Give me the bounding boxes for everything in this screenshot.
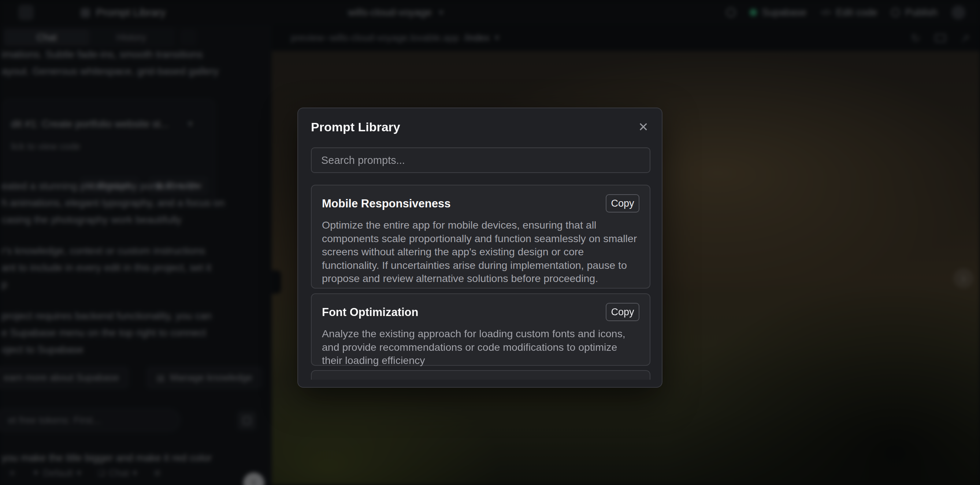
- prompt-description: Analyze the existing approach for loadin…: [322, 327, 640, 367]
- prompt-title: Font Optimization: [322, 303, 418, 319]
- prompt-description: Optimize the entire app for mobile devic…: [322, 218, 640, 285]
- copy-button[interactable]: Copy: [606, 194, 640, 212]
- prompt-title: Mobile Responsiveness: [322, 194, 450, 210]
- prompt-card-partial[interactable]: [311, 370, 651, 380]
- prompt-card-header: Mobile Responsiveness Copy: [322, 194, 640, 212]
- copy-button[interactable]: Copy: [606, 303, 640, 321]
- prompt-card-header: Font Optimization Copy: [322, 303, 640, 321]
- prompt-card[interactable]: Mobile Responsiveness Copy Optimize the …: [311, 185, 651, 288]
- prompt-card[interactable]: Font Optimization Copy Analyze the exist…: [311, 293, 651, 366]
- modal-title: Prompt Library: [311, 120, 400, 134]
- prompt-library-modal: Prompt Library ✕ Mobile Responsiveness C…: [298, 108, 662, 388]
- close-icon[interactable]: ✕: [638, 121, 649, 133]
- app-root: Prompt Library wills-cloud-voyage ▾ Supa…: [0, 0, 980, 485]
- prompt-search-input[interactable]: [311, 147, 651, 173]
